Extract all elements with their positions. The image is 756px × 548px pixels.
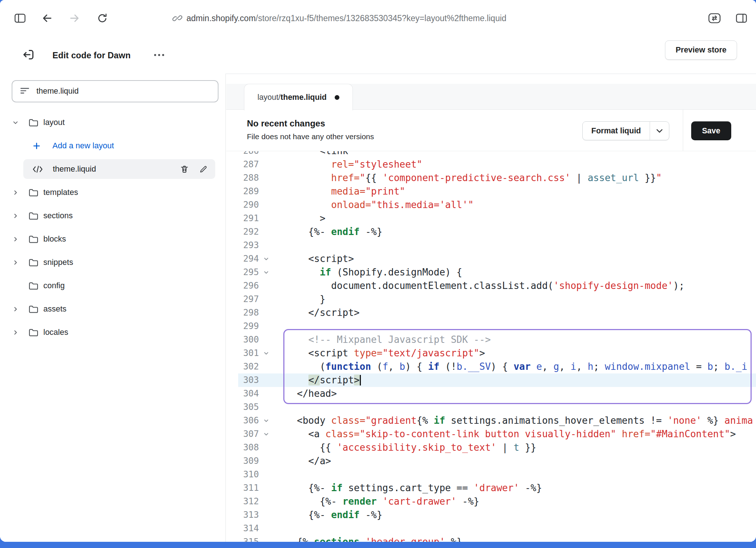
code-token[interactable]: "text/javascript" [382, 348, 479, 359]
code-line-299[interactable]: 299 [238, 320, 756, 333]
code-token[interactable]: {%- [286, 509, 331, 520]
code-token[interactable]: if [434, 415, 445, 426]
code-token[interactable]: | [571, 172, 588, 183]
code-token[interactable]: rel= [331, 159, 354, 170]
code-text[interactable]: </head> [286, 387, 337, 400]
more-menu-icon[interactable] [153, 52, 165, 59]
code-token[interactable]: ( [286, 361, 326, 372]
code-token[interactable]: b [399, 361, 405, 372]
code-text[interactable]: href="{{ 'component-predictive-search.cs… [286, 171, 662, 185]
tab-layout-theme-liquid[interactable]: layout/theme.liquid [244, 84, 353, 110]
code-line-303[interactable]: 303 </script> [238, 373, 756, 387]
sidebar-item-sections[interactable]: sections [0, 204, 225, 227]
code-token[interactable]: 'component-predictive-search.css' [382, 172, 571, 183]
sidebar-item-locales[interactable]: locales [0, 321, 225, 344]
code-line-307[interactable]: 307 <a class="skip-to-content-link butto… [238, 427, 756, 441]
code-token[interactable]: ; [593, 361, 605, 372]
code-token[interactable]: <a [286, 428, 326, 439]
code-token[interactable]: class= [326, 428, 360, 439]
code-token[interactable]: function [326, 361, 371, 372]
code-token[interactable]: "skip-to-content-link button visually-hi… [360, 428, 616, 439]
right-sidebar-toggle-icon[interactable] [735, 13, 748, 24]
code-token[interactable]: {% [286, 536, 314, 542]
code-text[interactable]: <link [286, 151, 348, 158]
code-line-310[interactable]: 310 [238, 468, 756, 481]
code-line-289[interactable]: 289 media="print" [238, 185, 756, 198]
code-line-292[interactable]: 292 {%- endif -%} [238, 225, 756, 239]
code-token[interactable]: </ [308, 375, 320, 385]
code-text[interactable]: {%- endif -%} [286, 225, 382, 239]
code-token[interactable]: }} [639, 172, 656, 183]
code-line-302[interactable]: 302 (function (f, b) { if (!b.__SV) { va… [238, 360, 756, 373]
code-token[interactable] [286, 172, 331, 183]
code-token[interactable]: if [331, 482, 342, 493]
code-text[interactable]: {%- render 'cart-drawer' -%} [286, 495, 479, 508]
exit-editor-icon[interactable] [21, 48, 36, 63]
sidebar-item-theme-liquid[interactable]: theme.liquid [23, 159, 215, 179]
sidebar-item-blocks[interactable]: blocks [0, 227, 225, 251]
code-text[interactable]: <script> [286, 252, 354, 266]
code-line-300[interactable]: 300 <!-- Mixpanel Javascript SDK --> [238, 333, 756, 347]
code-token[interactable]: anima [719, 415, 753, 426]
chevron-right-icon[interactable] [12, 306, 28, 312]
code-line-295[interactable]: 295 if (Shopify.designMode) { [238, 266, 756, 279]
code-token[interactable]: if [428, 361, 439, 372]
code-token[interactable]: class= [331, 415, 365, 426]
code-token[interactable]: 'none' [668, 415, 702, 426]
code-token[interactable] [286, 334, 308, 345]
chevron-right-icon[interactable] [12, 213, 28, 219]
code-token[interactable]: > [479, 348, 485, 359]
code-token[interactable]: </a> [286, 455, 331, 466]
code-token[interactable]: settings.animations_hover_elements != [445, 415, 667, 426]
sidebar-toggle-icon[interactable] [14, 13, 26, 24]
code-text[interactable]: if (Shopify.designMode) { [286, 266, 462, 279]
code-token[interactable]: > [286, 213, 326, 224]
code-token[interactable]: {{ [365, 172, 382, 183]
code-token[interactable]: 'drawer' [474, 482, 519, 493]
code-token[interactable]: </script> [286, 307, 360, 318]
code-text[interactable]: onload="this.media='all'" [286, 198, 474, 212]
fold-chevron-icon[interactable] [259, 427, 286, 441]
code-line-313[interactable]: 313 {%- endif -%} [238, 508, 756, 522]
preview-store-button[interactable]: Preview store [665, 40, 737, 60]
code-token[interactable]: <body [286, 415, 331, 426]
file-search-input[interactable] [36, 86, 210, 96]
code-line-286[interactable]: 286 <link [238, 151, 756, 158]
code-token[interactable]: sections [314, 536, 359, 542]
code-text[interactable]: rel="stylesheet" [286, 158, 422, 171]
code-line-287[interactable]: 287 rel="stylesheet" [238, 158, 756, 171]
code-token[interactable]: ( [371, 361, 382, 372]
code-token[interactable]: <!-- Mixpanel Javascript SDK --> [308, 334, 491, 345]
code-line-312[interactable]: 312 {%- render 'cart-drawer' -%} [238, 495, 756, 508]
code-token[interactable]: -%} [360, 226, 383, 237]
code-token[interactable]: document.documentElement.classList.add( [286, 280, 554, 291]
code-token[interactable]: } [286, 294, 326, 305]
sidebar-item-config[interactable]: config [0, 274, 225, 297]
save-button[interactable]: Save [691, 121, 731, 140]
sidebar-item-assets[interactable]: assets [0, 297, 225, 321]
code-token[interactable]: ) { [491, 361, 514, 372]
code-line-296[interactable]: 296 document.documentElement.classList.a… [238, 279, 756, 293]
code-line-298[interactable]: 298 </script> [238, 306, 756, 320]
code-text[interactable]: {% sections 'header-group' %} [286, 535, 462, 542]
code-line-311[interactable]: 311 {%- if settings.cart_type == 'drawer… [238, 481, 756, 495]
chevron-right-icon[interactable] [12, 236, 28, 242]
fold-chevron-icon[interactable] [259, 252, 286, 266]
code-line-315[interactable]: 315 {% sections 'header-group' %} [238, 535, 756, 542]
code-token[interactable]: ; [713, 361, 724, 372]
code-token[interactable]: endif [331, 226, 359, 237]
code-token[interactable]: if [320, 267, 331, 278]
code-token[interactable]: 'cart-drawer' [382, 496, 457, 507]
code-token[interactable]: href= [622, 428, 650, 439]
sidebar-item-templates[interactable]: templates [0, 181, 225, 204]
code-text[interactable]: media="print" [286, 185, 405, 198]
code-token[interactable] [286, 199, 331, 210]
code-token[interactable]: b._i [724, 361, 747, 372]
code-text[interactable]: <!-- Mixpanel Javascript SDK --> [286, 333, 491, 347]
code-token[interactable]: -%} [519, 482, 542, 493]
chevron-right-icon[interactable] [12, 259, 28, 266]
code-token[interactable]: onload= [331, 199, 371, 210]
code-token[interactable]: endif [331, 509, 359, 520]
code-token[interactable]: b.__SV [457, 361, 491, 372]
code-token[interactable]: ) { [405, 361, 428, 372]
